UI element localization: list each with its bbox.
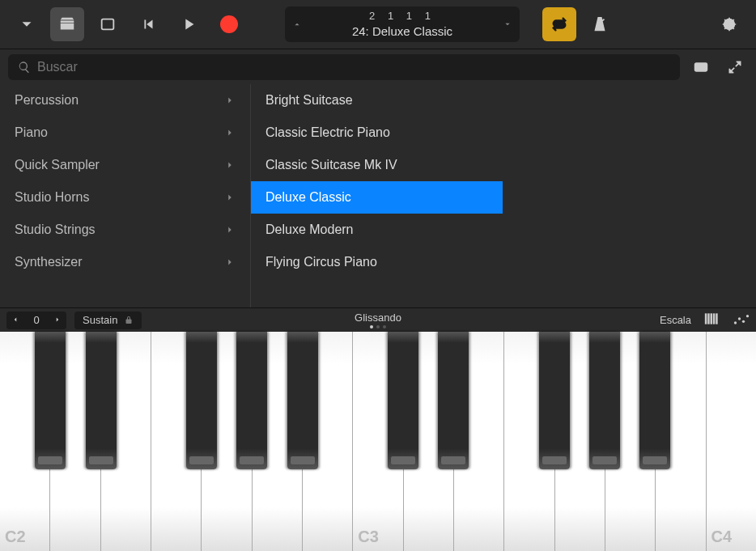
- category-label: Studio Strings: [15, 223, 96, 237]
- black-key[interactable]: [86, 332, 117, 469]
- chevron-right-icon: [224, 192, 236, 203]
- svg-point-12: [742, 320, 745, 323]
- menu-dropdown-button[interactable]: [10, 7, 44, 41]
- next-preset-button[interactable]: [495, 18, 520, 31]
- white-key[interactable]: C4: [707, 332, 756, 551]
- library-button[interactable]: [50, 7, 84, 41]
- lcd-display: 2 1 1 1 24: Deluxe Classic: [285, 6, 520, 42]
- black-key[interactable]: [388, 332, 418, 469]
- search-input[interactable]: [37, 60, 670, 74]
- preset-item[interactable]: Deluxe Classic: [251, 181, 503, 214]
- svg-rect-8: [713, 313, 716, 324]
- black-key[interactable]: [438, 332, 469, 469]
- octave-label: C2: [5, 528, 26, 546]
- piano-keyboard[interactable]: C2C3C4: [0, 332, 756, 551]
- preset-item[interactable]: Bright Suitcase: [251, 84, 503, 117]
- cycle-button[interactable]: [542, 7, 576, 41]
- lock-icon: [124, 316, 134, 325]
- category-item[interactable]: Quick Sampler: [0, 149, 250, 181]
- lcd-center[interactable]: 2 1 1 1 24: Deluxe Classic: [309, 10, 495, 39]
- black-key[interactable]: [35, 332, 66, 469]
- category-column: PercussionPianoQuick SamplerStudio Horns…: [0, 84, 251, 307]
- octave-label: C4: [711, 528, 733, 546]
- svg-rect-0: [102, 19, 114, 30]
- view-button[interactable]: [91, 7, 125, 41]
- sustain-toggle[interactable]: Sustain: [74, 312, 142, 329]
- record-button[interactable]: [212, 7, 246, 41]
- prev-preset-button[interactable]: [285, 18, 309, 31]
- svg-rect-3: [695, 63, 707, 71]
- category-item[interactable]: Studio Strings: [0, 214, 250, 246]
- preset-item[interactable]: Flying Circus Piano: [251, 246, 503, 278]
- scale-button[interactable]: Escala: [660, 314, 691, 326]
- svg-point-10: [734, 321, 737, 324]
- svg-rect-9: [716, 313, 718, 324]
- preset-item[interactable]: Deluxe Modern: [251, 214, 503, 246]
- chevron-right-icon: [224, 95, 236, 106]
- chevron-right-icon: [224, 159, 236, 171]
- category-label: Quick Sampler: [15, 158, 100, 172]
- black-key[interactable]: [236, 332, 267, 469]
- category-label: Studio Horns: [15, 190, 90, 205]
- black-key[interactable]: [589, 332, 620, 469]
- keyboard-controls-bar: 0 Sustain Glissando Escala: [0, 307, 756, 332]
- black-key[interactable]: [186, 332, 217, 469]
- preset-item[interactable]: Classic Electric Piano: [251, 117, 503, 149]
- category-item[interactable]: Studio Horns: [0, 181, 250, 214]
- category-item[interactable]: Synthesizer: [0, 246, 250, 278]
- chevron-right-icon: [224, 256, 236, 268]
- search-box[interactable]: [8, 54, 680, 80]
- octave-label: C3: [358, 528, 379, 546]
- sound-browser: PercussionPianoQuick SamplerStudio Horns…: [0, 84, 756, 307]
- fullscreen-button[interactable]: [722, 54, 748, 80]
- black-key[interactable]: [639, 332, 670, 469]
- svg-rect-7: [711, 313, 713, 324]
- preset-item[interactable]: Classic Suitcase Mk IV: [251, 149, 503, 181]
- metronome-button[interactable]: [583, 7, 617, 41]
- octave-nav: 0: [6, 312, 66, 329]
- category-label: Synthesizer: [15, 255, 83, 269]
- chevron-right-icon: [224, 224, 236, 235]
- keyboard-view-button[interactable]: [688, 54, 714, 80]
- category-label: Percussion: [15, 93, 79, 108]
- black-key[interactable]: [539, 332, 570, 469]
- arpeggiator-button[interactable]: [733, 312, 750, 328]
- svg-point-2: [728, 23, 731, 26]
- sustain-label: Sustain: [83, 314, 117, 326]
- octave-value: 0: [24, 314, 49, 326]
- record-icon: [220, 15, 238, 33]
- chevron-right-icon: [224, 127, 236, 138]
- black-key[interactable]: [287, 332, 318, 469]
- svg-rect-5: [705, 313, 707, 324]
- search-icon: [18, 61, 31, 74]
- rewind-button[interactable]: [131, 7, 165, 41]
- svg-point-13: [746, 315, 749, 317]
- search-row: [0, 49, 756, 84]
- svg-point-11: [738, 317, 741, 320]
- playhead-position: 2 1 1 1: [309, 10, 495, 23]
- settings-button[interactable]: [712, 7, 746, 41]
- svg-rect-6: [707, 313, 710, 324]
- octave-down-button[interactable]: [6, 314, 24, 326]
- top-toolbar: 2 1 1 1 24: Deluxe Classic: [0, 0, 756, 49]
- category-label: Piano: [15, 125, 48, 140]
- preset-column: Bright SuitcaseClassic Electric PianoCla…: [251, 84, 503, 307]
- play-button[interactable]: [172, 7, 206, 41]
- current-preset-name: 24: Deluxe Classic: [309, 23, 495, 40]
- keyboard-layout-button[interactable]: [704, 312, 720, 328]
- category-item[interactable]: Piano: [0, 117, 250, 149]
- category-item[interactable]: Percussion: [0, 84, 250, 117]
- octave-up-button[interactable]: [49, 314, 66, 326]
- browser-empty-column: [503, 84, 756, 307]
